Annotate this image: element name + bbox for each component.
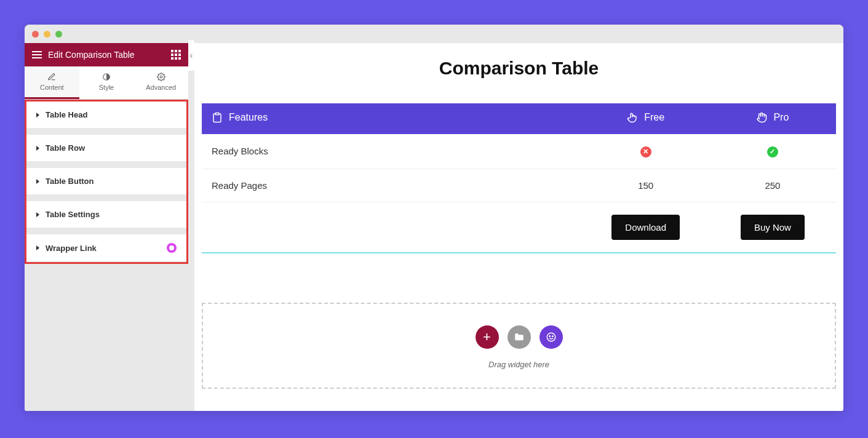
preview-canvas: Comparison Table Features <box>194 43 843 411</box>
window-minimize-icon[interactable] <box>44 31 50 38</box>
plus-icon: + <box>483 329 491 345</box>
page-title: Comparison Table <box>202 58 836 79</box>
section-badge-icon <box>167 243 177 253</box>
th-pro-label: Pro <box>773 112 789 123</box>
tab-advanced[interactable]: Advanced <box>133 66 188 99</box>
half-circle-icon <box>102 73 111 81</box>
section-label: Table Settings <box>46 210 100 219</box>
widgets-grid-icon[interactable] <box>171 50 181 60</box>
svg-point-4 <box>549 335 551 336</box>
widget-drop-zone[interactable]: + Drag widget here <box>202 303 836 389</box>
cell-pro-value: 250 <box>709 169 836 202</box>
svg-rect-2 <box>215 113 219 115</box>
add-section-button[interactable]: + <box>476 325 499 349</box>
cross-icon: ✕ <box>640 146 651 157</box>
caret-right-icon <box>36 245 39 250</box>
cell-free: ✕ <box>583 134 709 169</box>
section-label: Table Row <box>46 143 85 153</box>
browser-window: Edit Comparison Table Content Style Adv <box>25 25 843 411</box>
section-label: Wrapper Link <box>46 244 97 253</box>
svg-point-3 <box>547 333 555 341</box>
tab-content-label: Content <box>40 84 64 91</box>
tab-style-label: Style <box>99 84 114 91</box>
buy-now-button[interactable]: Buy Now <box>741 215 805 240</box>
section-table-button[interactable]: Table Button <box>26 168 186 195</box>
check-icon: ✓ <box>767 146 778 157</box>
gear-icon <box>157 73 165 81</box>
tab-content[interactable]: Content <box>25 66 79 99</box>
table-row: Ready Pages 150 250 <box>202 169 836 202</box>
th-features-label: Features <box>229 112 268 123</box>
th-pro: Pro <box>709 103 836 134</box>
sidebar-header: Edit Comparison Table <box>25 43 188 66</box>
section-label: Table Button <box>46 177 94 186</box>
cell-pro: ✓ <box>709 134 836 169</box>
sidebar-title: Edit Comparison Table <box>48 50 135 60</box>
cell-feature-label: Ready Pages <box>202 169 583 202</box>
sidebar-collapse-handle[interactable] <box>188 40 194 71</box>
folder-icon <box>514 332 525 343</box>
cell-free-value: 150 <box>583 169 709 202</box>
window-close-icon[interactable] <box>32 31 39 38</box>
pointer-hand-icon <box>627 112 638 123</box>
section-table-settings[interactable]: Table Settings <box>26 201 186 228</box>
svg-point-5 <box>552 335 553 336</box>
section-label: Table Head <box>46 110 87 119</box>
wave-hand-icon <box>756 112 767 123</box>
download-button[interactable]: Download <box>611 215 680 240</box>
sections-panel-highlighted: Table Head Table Row Table Button Table … <box>25 100 188 264</box>
smile-icon <box>546 332 557 343</box>
pencil-icon <box>47 73 56 81</box>
section-table-head[interactable]: Table Head <box>26 102 186 129</box>
th-free: Free <box>583 103 709 134</box>
clipboard-icon <box>212 112 223 123</box>
add-widget-button[interactable] <box>540 325 563 349</box>
window-maximize-icon[interactable] <box>55 31 62 38</box>
tab-style[interactable]: Style <box>79 66 134 99</box>
tab-advanced-label: Advanced <box>146 84 176 91</box>
editor-sidebar: Edit Comparison Table Content Style Adv <box>25 43 188 411</box>
add-template-button[interactable] <box>508 325 531 349</box>
th-features: Features <box>202 103 583 134</box>
caret-right-icon <box>36 113 39 117</box>
caret-right-icon <box>36 212 39 217</box>
caret-right-icon <box>36 146 39 151</box>
table-row: Ready Blocks ✕ ✓ <box>202 134 836 169</box>
window-titlebar <box>25 25 843 43</box>
drop-zone-hint: Drag widget here <box>215 360 822 369</box>
cell-feature-label: Ready Blocks <box>202 134 583 169</box>
table-button-row: Download Buy Now <box>202 202 836 253</box>
sidebar-tabs: Content Style Advanced <box>25 66 188 100</box>
caret-right-icon <box>36 179 39 184</box>
section-wrapper-link[interactable]: Wrapper Link <box>26 234 186 262</box>
comparison-table: Features Free Pro <box>202 103 836 253</box>
th-free-label: Free <box>644 112 664 123</box>
menu-icon[interactable] <box>32 51 42 58</box>
section-table-row[interactable]: Table Row <box>26 135 186 162</box>
svg-point-1 <box>160 76 162 78</box>
